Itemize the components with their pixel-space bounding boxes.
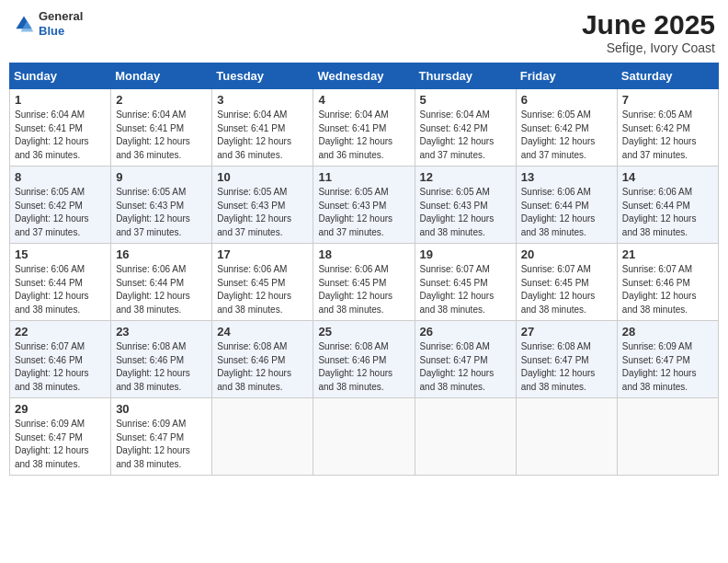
calendar-cell: 16Sunrise: 6:06 AMSunset: 6:44 PMDayligh… [111, 244, 212, 321]
day-header-thursday: Thursday [415, 63, 516, 89]
day-number: 10 [217, 170, 308, 184]
week-row-5: 29Sunrise: 6:09 AMSunset: 6:47 PMDayligh… [10, 398, 719, 476]
days-header-row: SundayMondayTuesdayWednesdayThursdayFrid… [10, 63, 719, 89]
day-info: Sunrise: 6:06 AMSunset: 6:44 PMDaylight:… [622, 186, 713, 239]
day-number: 26 [420, 325, 511, 339]
day-header-sunday: Sunday [10, 63, 111, 89]
day-number: 7 [622, 93, 713, 107]
day-number: 24 [217, 325, 308, 339]
calendar-cell: 5Sunrise: 6:04 AMSunset: 6:42 PMDaylight… [415, 89, 516, 167]
day-info: Sunrise: 6:09 AMSunset: 6:47 PMDaylight:… [116, 418, 207, 471]
day-info: Sunrise: 6:08 AMSunset: 6:46 PMDaylight:… [318, 340, 409, 394]
day-number: 25 [318, 325, 409, 339]
day-number: 16 [116, 247, 207, 261]
calendar-cell: 10Sunrise: 6:05 AMSunset: 6:43 PMDayligh… [212, 167, 313, 244]
day-number: 27 [521, 325, 612, 339]
day-number: 29 [15, 402, 106, 416]
week-row-2: 8Sunrise: 6:05 AMSunset: 6:42 PMDaylight… [10, 167, 719, 244]
calendar-cell: 4Sunrise: 6:04 AMSunset: 6:41 PMDaylight… [313, 89, 415, 167]
day-info: Sunrise: 6:04 AMSunset: 6:41 PMDaylight:… [15, 109, 106, 162]
calendar-cell: 22Sunrise: 6:07 AMSunset: 6:46 PMDayligh… [10, 321, 111, 398]
calendar-cell [212, 398, 313, 476]
calendar-cell: 13Sunrise: 6:06 AMSunset: 6:44 PMDayligh… [516, 167, 617, 244]
day-number: 22 [15, 325, 106, 339]
day-number: 21 [622, 247, 713, 261]
calendar-cell: 6Sunrise: 6:05 AMSunset: 6:42 PMDaylight… [516, 89, 617, 167]
day-info: Sunrise: 6:07 AMSunset: 6:46 PMDaylight:… [15, 340, 106, 394]
day-header-tuesday: Tuesday [212, 63, 313, 89]
day-info: Sunrise: 6:05 AMSunset: 6:42 PMDaylight:… [521, 109, 612, 162]
logo-icon [13, 13, 35, 35]
day-info: Sunrise: 6:05 AMSunset: 6:43 PMDaylight:… [217, 186, 308, 239]
day-info: Sunrise: 6:06 AMSunset: 6:45 PMDaylight:… [318, 263, 409, 316]
day-info: Sunrise: 6:08 AMSunset: 6:47 PMDaylight:… [521, 340, 612, 394]
calendar-cell: 27Sunrise: 6:08 AMSunset: 6:47 PMDayligh… [516, 321, 617, 398]
day-number: 15 [15, 247, 106, 261]
day-info: Sunrise: 6:07 AMSunset: 6:45 PMDaylight:… [420, 263, 511, 316]
day-number: 28 [622, 325, 713, 339]
calendar-cell: 8Sunrise: 6:05 AMSunset: 6:42 PMDaylight… [10, 167, 111, 244]
day-number: 12 [420, 170, 511, 184]
day-header-wednesday: Wednesday [313, 63, 415, 89]
day-info: Sunrise: 6:05 AMSunset: 6:43 PMDaylight:… [116, 186, 207, 239]
calendar-cell: 24Sunrise: 6:08 AMSunset: 6:46 PMDayligh… [212, 321, 313, 398]
day-number: 11 [318, 170, 409, 184]
calendar-subtitle: Sefige, Ivory Coast [582, 40, 715, 55]
calendar-cell: 17Sunrise: 6:06 AMSunset: 6:45 PMDayligh… [212, 244, 313, 321]
day-info: Sunrise: 6:08 AMSunset: 6:46 PMDaylight:… [217, 340, 308, 394]
day-info: Sunrise: 6:04 AMSunset: 6:42 PMDaylight:… [420, 109, 511, 162]
day-number: 3 [217, 93, 308, 107]
day-info: Sunrise: 6:04 AMSunset: 6:41 PMDaylight:… [318, 109, 409, 162]
logo: General Blue [13, 9, 83, 38]
day-info: Sunrise: 6:08 AMSunset: 6:46 PMDaylight:… [116, 340, 207, 394]
calendar-cell: 9Sunrise: 6:05 AMSunset: 6:43 PMDaylight… [111, 167, 212, 244]
day-info: Sunrise: 6:08 AMSunset: 6:47 PMDaylight:… [420, 340, 511, 394]
day-info: Sunrise: 6:07 AMSunset: 6:45 PMDaylight:… [521, 263, 612, 316]
day-info: Sunrise: 6:09 AMSunset: 6:47 PMDaylight:… [622, 340, 713, 394]
day-header-friday: Friday [516, 63, 617, 89]
calendar-cell: 15Sunrise: 6:06 AMSunset: 6:44 PMDayligh… [10, 244, 111, 321]
day-header-monday: Monday [111, 63, 212, 89]
calendar-cell: 29Sunrise: 6:09 AMSunset: 6:47 PMDayligh… [10, 398, 111, 476]
day-info: Sunrise: 6:04 AMSunset: 6:41 PMDaylight:… [116, 109, 207, 162]
calendar-cell [415, 398, 516, 476]
calendar-cell: 20Sunrise: 6:07 AMSunset: 6:45 PMDayligh… [516, 244, 617, 321]
day-info: Sunrise: 6:06 AMSunset: 6:44 PMDaylight:… [116, 263, 207, 316]
day-number: 17 [217, 247, 308, 261]
logo-text: General Blue [39, 9, 83, 38]
calendar-title: June 2025 [582, 9, 715, 40]
day-info: Sunrise: 6:06 AMSunset: 6:44 PMDaylight:… [521, 186, 612, 239]
calendar-cell [516, 398, 617, 476]
day-info: Sunrise: 6:06 AMSunset: 6:45 PMDaylight:… [217, 263, 308, 316]
day-number: 8 [15, 170, 106, 184]
title-area: June 2025 Sefige, Ivory Coast [582, 9, 715, 55]
day-info: Sunrise: 6:05 AMSunset: 6:42 PMDaylight:… [622, 109, 713, 162]
calendar-cell: 7Sunrise: 6:05 AMSunset: 6:42 PMDaylight… [617, 89, 718, 167]
day-number: 4 [318, 93, 409, 107]
day-number: 30 [116, 402, 207, 416]
calendar-cell: 14Sunrise: 6:06 AMSunset: 6:44 PMDayligh… [617, 167, 718, 244]
week-row-1: 1Sunrise: 6:04 AMSunset: 6:41 PMDaylight… [10, 89, 719, 167]
calendar-cell: 3Sunrise: 6:04 AMSunset: 6:41 PMDaylight… [212, 89, 313, 167]
calendar-cell: 25Sunrise: 6:08 AMSunset: 6:46 PMDayligh… [313, 321, 415, 398]
day-number: 14 [622, 170, 713, 184]
calendar-cell: 26Sunrise: 6:08 AMSunset: 6:47 PMDayligh… [415, 321, 516, 398]
day-info: Sunrise: 6:06 AMSunset: 6:44 PMDaylight:… [15, 263, 106, 316]
calendar-cell: 19Sunrise: 6:07 AMSunset: 6:45 PMDayligh… [415, 244, 516, 321]
calendar-cell: 28Sunrise: 6:09 AMSunset: 6:47 PMDayligh… [617, 321, 718, 398]
day-info: Sunrise: 6:05 AMSunset: 6:42 PMDaylight:… [15, 186, 106, 239]
calendar-cell: 21Sunrise: 6:07 AMSunset: 6:46 PMDayligh… [617, 244, 718, 321]
day-number: 5 [420, 93, 511, 107]
day-number: 1 [15, 93, 106, 107]
day-number: 6 [521, 93, 612, 107]
calendar-cell: 1Sunrise: 6:04 AMSunset: 6:41 PMDaylight… [10, 89, 111, 167]
day-header-saturday: Saturday [617, 63, 718, 89]
calendar-header: General Blue June 2025 Sefige, Ivory Coa… [9, 9, 719, 55]
day-number: 18 [318, 247, 409, 261]
day-info: Sunrise: 6:04 AMSunset: 6:41 PMDaylight:… [217, 109, 308, 162]
day-info: Sunrise: 6:09 AMSunset: 6:47 PMDaylight:… [15, 418, 106, 471]
calendar-cell [617, 398, 718, 476]
day-number: 20 [521, 247, 612, 261]
day-info: Sunrise: 6:05 AMSunset: 6:43 PMDaylight:… [420, 186, 511, 239]
calendar-cell: 30Sunrise: 6:09 AMSunset: 6:47 PMDayligh… [111, 398, 212, 476]
